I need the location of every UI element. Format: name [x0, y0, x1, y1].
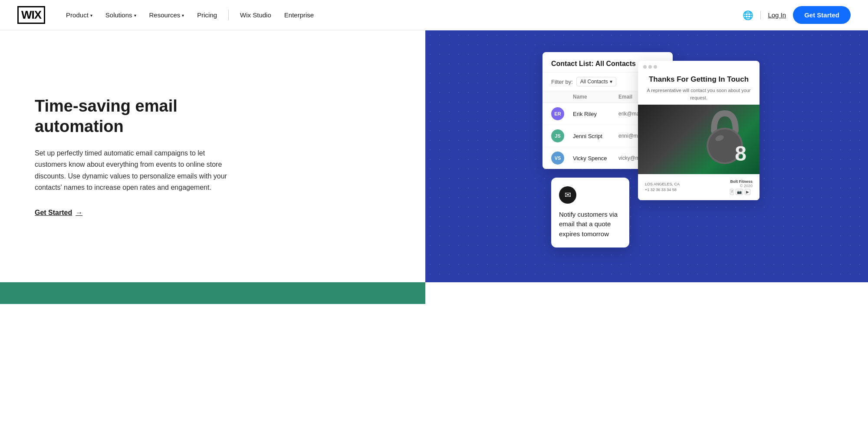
dot-icon	[643, 65, 647, 69]
envelope-icon: ✉	[565, 190, 571, 200]
automation-text: Notify customers via email that a quote …	[559, 210, 621, 239]
chevron-down-icon: ▾	[90, 13, 92, 18]
nav-item-pricing[interactable]: Pricing	[192, 8, 222, 22]
email-icon: ✉	[559, 186, 576, 204]
thankyou-title: Thanks For Getting In Touch	[647, 75, 751, 84]
chevron-down-icon: ▾	[182, 13, 184, 18]
teal-strip	[0, 282, 425, 304]
navbar: WIX Product ▾ Solutions ▾ Resources ▾ Pr…	[0, 0, 868, 30]
nav-right: 🌐 Log In Get Started	[743, 6, 851, 24]
social-icons: f 📷 ▶	[730, 189, 753, 195]
nav-item-wix-studio[interactable]: Wix Studio	[235, 8, 276, 22]
bottom-area	[0, 282, 868, 304]
hero-description: Set up perfectly timed automatic email c…	[35, 148, 234, 194]
avatar: JS	[551, 129, 564, 142]
youtube-icon: ▶	[745, 189, 750, 195]
contact-name: Vicky Spence	[573, 155, 618, 162]
dot-icon	[648, 65, 652, 69]
kettlebell-number: 8	[735, 142, 746, 165]
avatar: VS	[551, 152, 564, 165]
facebook-icon: f	[730, 189, 734, 195]
nav-items: Product ▾ Solutions ▾ Resources ▾ Pricin…	[61, 8, 319, 22]
filter-by-label: Filter by:	[551, 79, 573, 85]
nav-left: WIX Product ▾ Solutions ▾ Resources ▾ Pr…	[17, 6, 319, 24]
main-section: Time-saving email automation Set up perf…	[0, 30, 868, 282]
cards-container: Contact List: All Contacts 948 Filter by…	[534, 52, 760, 261]
get-started-nav-button[interactable]: Get Started	[793, 6, 851, 24]
hero-title: Time-saving email automation	[35, 96, 217, 137]
dot-icon	[654, 65, 657, 69]
nav-vertical-divider	[760, 11, 761, 20]
nav-item-resources[interactable]: Resources ▾	[144, 8, 190, 22]
language-globe-button[interactable]: 🌐	[743, 10, 753, 20]
chevron-down-icon: ▾	[134, 13, 136, 18]
filter-value: All Contacts	[580, 79, 608, 85]
nav-divider	[228, 10, 229, 20]
automation-card: ✉ Notify customers via email that a quot…	[551, 178, 629, 248]
footer-brand: Bolt Fitness © 2020 f 📷 ▶	[730, 179, 753, 195]
arrow-icon: →	[76, 209, 82, 217]
thankyou-footer: LOS ANGELES, CA+1 32 36 33 34 58 Bolt Fi…	[638, 174, 760, 200]
thankyou-subtitle: A representative will contact you soon a…	[647, 87, 751, 101]
thankyou-card: Thanks For Getting In Touch A representa…	[638, 61, 760, 200]
nav-item-enterprise[interactable]: Enterprise	[279, 8, 319, 22]
nav-item-solutions[interactable]: Solutions ▾	[100, 8, 141, 22]
footer-address: LOS ANGELES, CA+1 32 36 33 34 58	[645, 182, 680, 193]
col-name-header: Name	[573, 94, 618, 100]
filter-select[interactable]: All Contacts ▾	[576, 77, 616, 86]
contact-list-title: Contact List: All Contacts	[551, 60, 636, 68]
window-dots	[638, 61, 760, 70]
thankyou-image: 8	[638, 105, 760, 174]
avatar: ER	[551, 107, 564, 120]
left-panel: Time-saving email automation Set up perf…	[0, 30, 425, 282]
contact-name: Jenni Script	[573, 133, 618, 139]
brand-year: © 2020	[730, 184, 753, 188]
contact-name: Erik Riley	[573, 111, 618, 117]
login-button[interactable]: Log In	[768, 11, 786, 19]
brand-name: Bolt Fitness	[730, 179, 753, 184]
instagram-icon: 📷	[736, 189, 743, 195]
hero-cta-label: Get Started	[35, 209, 72, 217]
nav-item-product[interactable]: Product ▾	[61, 8, 98, 22]
wix-logo[interactable]: WIX	[17, 6, 45, 24]
hero-cta-button[interactable]: Get Started →	[35, 209, 391, 217]
thankyou-header: Thanks For Getting In Touch A representa…	[638, 70, 760, 105]
right-panel: Contact List: All Contacts 948 Filter by…	[425, 30, 868, 282]
chevron-down-icon: ▾	[610, 79, 612, 85]
